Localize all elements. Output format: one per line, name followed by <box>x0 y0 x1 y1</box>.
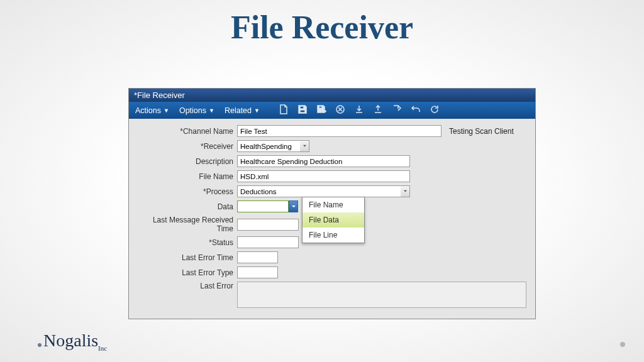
last-error-time-input[interactable] <box>237 251 278 263</box>
import-icon[interactable] <box>354 104 364 116</box>
menu-related-label: Related <box>225 106 252 115</box>
label-receiver: *Receiver <box>136 142 237 151</box>
label-file-name: File Name <box>136 172 237 181</box>
data-option-file-name[interactable]: File Name <box>303 197 364 212</box>
svg-rect-1 <box>300 110 305 112</box>
data-option-file-data[interactable]: File Data <box>303 212 364 228</box>
logo: Nogalis Inc <box>38 331 107 351</box>
label-last-error-time: Last Error Time <box>136 253 237 262</box>
status-input[interactable] <box>237 236 299 248</box>
data-option-file-line[interactable]: File Line <box>303 228 364 243</box>
form-area: *Channel Name Testing Scan Client *Recei… <box>129 119 535 319</box>
menu-options[interactable]: Options ▼ <box>179 106 214 115</box>
cancel-circle-icon[interactable] <box>335 104 345 116</box>
process-input[interactable] <box>237 185 401 197</box>
corner-dot-icon <box>620 342 625 347</box>
toolbar-icons <box>279 104 440 116</box>
receiver-input[interactable] <box>237 140 300 152</box>
label-last-error: Last Error <box>136 282 237 290</box>
label-status: *Status <box>136 238 237 247</box>
refresh-icon[interactable] <box>430 104 440 116</box>
export-icon[interactable] <box>373 104 383 116</box>
chevron-down-icon: ▼ <box>254 107 260 114</box>
menu-related[interactable]: Related ▼ <box>225 106 260 115</box>
menu-actions[interactable]: Actions ▼ <box>135 106 169 115</box>
save-plus-icon[interactable] <box>316 104 326 116</box>
label-process: *Process <box>136 187 237 196</box>
label-channel-name: *Channel Name <box>136 127 237 136</box>
data-input[interactable] <box>237 200 289 212</box>
chevron-down-icon: ▼ <box>209 107 214 114</box>
menubar: Actions ▼ Options ▼ Related ▼ <box>129 102 535 119</box>
logo-text: Nogalis <box>43 331 98 351</box>
share-icon[interactable] <box>392 104 402 116</box>
process-lookup-button[interactable] <box>401 185 410 197</box>
new-page-icon[interactable] <box>279 104 289 116</box>
data-dropdown-list: File Name File Data File Line <box>302 197 365 243</box>
save-icon[interactable] <box>297 104 308 116</box>
file-name-input[interactable] <box>237 170 410 182</box>
page-title: File Receiver <box>0 0 644 46</box>
logo-suffix: Inc <box>98 344 107 352</box>
menu-actions-label: Actions <box>135 106 161 115</box>
svg-rect-0 <box>300 106 304 109</box>
logo-dot-icon <box>38 343 42 347</box>
app-window: *File Receiver Actions ▼ Options ▼ Relat… <box>128 88 536 319</box>
last-msg-time-input[interactable] <box>237 219 299 231</box>
label-description: Description <box>136 157 237 166</box>
undo-icon[interactable] <box>411 104 421 116</box>
channel-name-input[interactable] <box>237 125 441 137</box>
description-input[interactable] <box>237 155 410 167</box>
data-dropdown-button[interactable] <box>289 200 298 212</box>
label-data: Data <box>136 202 237 211</box>
window-titlebar: *File Receiver <box>129 89 535 102</box>
chevron-down-icon: ▼ <box>164 107 169 114</box>
side-text: Testing Scan Client <box>449 127 514 136</box>
last-error-box <box>237 282 526 308</box>
menu-options-label: Options <box>179 106 206 115</box>
label-last-msg-time: Last Message Received Time <box>136 216 237 233</box>
svg-rect-2 <box>319 106 322 108</box>
last-error-type-input[interactable] <box>237 266 278 278</box>
receiver-lookup-button[interactable] <box>300 140 309 152</box>
label-last-error-type: Last Error Type <box>136 268 237 277</box>
